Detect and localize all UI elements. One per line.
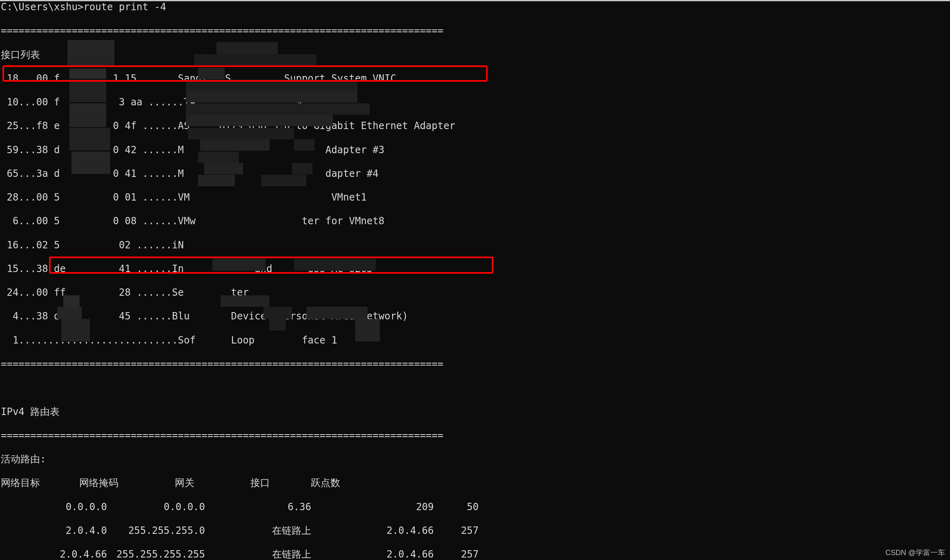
interface-row: 24...00 ff 28 ......Se ter [1,287,950,299]
obfuscation-block [186,91,357,103]
interface-row: 10...00 f 3 aa ......TA 9 [1,96,950,108]
obfuscation-block [355,319,380,341]
header-dest: 网络目标 [1,477,54,489]
route-row: 0.0.0.00.0.0.06.3620950 [1,501,950,513]
prompt-line: C:\Users\xshu>route print -4 [1,1,950,13]
route-row: 2.0.4.0255.255.255.0在链路上2.0.4.66257 [1,525,950,537]
separator: ========================================… [1,25,950,37]
obfuscation-block [216,42,278,54]
header-mask: 网络掩码 [54,477,144,489]
obfuscation-block [198,175,235,186]
obfuscation-block [69,128,110,150]
watermark: CSDN @学富一车 [885,549,945,558]
header-gateway: 网关 [144,477,225,489]
obfuscation-block [186,115,333,126]
terminal-window[interactable]: C:\Users\xshu>route print -4 ===========… [0,0,950,560]
obfuscation-block [67,54,114,67]
header-metric: 跃点数 [295,477,356,489]
terminal-output: C:\Users\xshu>route print -4 ===========… [0,1,950,560]
blank-line [1,382,950,394]
obfuscation-block [200,139,270,151]
interface-row: 59...38 d 0 42 ......M Adapter #3 [1,144,950,156]
obfuscation-block [57,307,82,319]
obfuscation-block [186,103,370,115]
obfuscation-block [263,307,292,319]
obfuscation-block [270,319,286,330]
interface-row: 16...02 5 02 ......iN [1,239,950,251]
interface-row: 1...........................Sof Loop fac… [1,335,950,346]
obfuscation-block [69,103,106,127]
obfuscation-block [221,295,270,307]
route-row: 2.0.4.66255.255.255.255在链路上2.0.4.66257 [1,549,950,560]
obfuscation-block [198,152,239,163]
interface-row: 25...f8 e 0 4f ......AS 8179 USB 3.0 to … [1,120,950,132]
obfuscation-block [67,40,114,56]
obfuscation-block [294,139,314,151]
obfuscation-block [194,54,317,67]
obfuscation-block [71,152,110,174]
separator: ========================================… [1,358,950,370]
obfuscation-block [204,163,243,174]
interface-list-header: 接口列表 [1,49,950,61]
route-header: 网络目标网络掩码网关接口跃点数 [1,477,950,489]
separator: ========================================… [1,430,950,442]
obfuscation-block [61,319,90,341]
obfuscation-block [292,163,312,174]
obfuscation-block [63,295,80,307]
active-routes-label: 活动路由: [1,453,950,465]
obfuscation-block [261,175,306,186]
interface-row: 28...00 5 0 01 ......VM VMnet1 [1,192,950,203]
interface-row: 4...38 de a 45 ......Blu Device (Persona… [1,310,950,322]
header-iface: 接口 [225,477,295,489]
interface-row: 65...3a d 0 41 ......M dapter #4 [1,168,950,180]
interface-row: 6...00 5 0 08 ......VMw ter for VMnet8 [1,215,950,227]
ipv4-title: IPv4 路由表 [1,406,950,418]
obfuscation-block [306,307,368,319]
highlight-box-interface [2,65,488,82]
obfuscation-block [188,128,294,139]
highlight-box-route [49,257,493,274]
obfuscation-block [69,80,106,102]
